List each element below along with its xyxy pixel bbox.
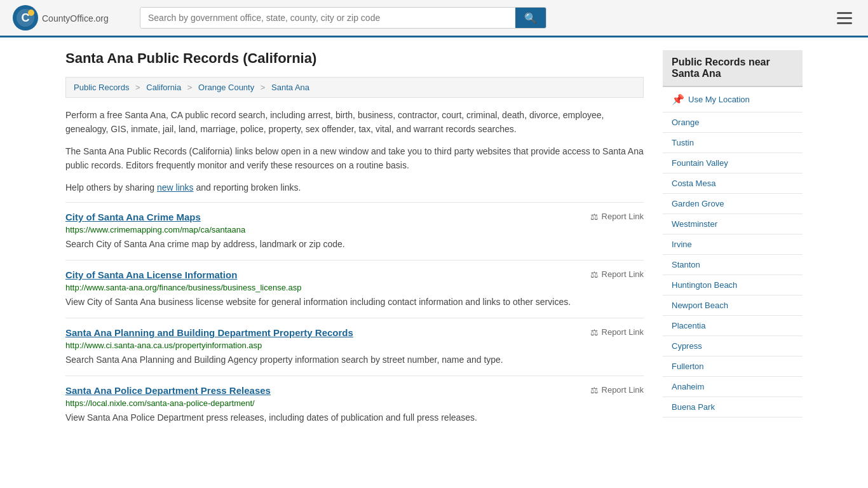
main-container: Santa Ana Public Records (California) Pu…	[53, 37, 815, 446]
results-container: City of Santa Ana Crime Maps ⚖ Report Li…	[65, 202, 644, 433]
logo-area: C CountyOffice.org	[13, 5, 127, 30]
result-header-1: City of Santa Ana License Information ⚖ …	[65, 269, 644, 280]
sidebar-list-item: Garden Grove	[663, 194, 803, 214]
sidebar-nearby-link-buena-park[interactable]: Buena Park	[663, 397, 803, 417]
breadcrumb-link-orange-county[interactable]: Orange County	[198, 83, 254, 92]
sidebar-nearby-link-tustin[interactable]: Tustin	[663, 133, 803, 152]
search-bar: 🔍	[140, 7, 546, 29]
site-header: C CountyOffice.org 🔍	[0, 0, 868, 37]
report-icon-2: ⚖	[590, 327, 599, 337]
result-desc-3: View Santa Ana Police Department press r…	[65, 411, 644, 424]
sidebar-list-item: Huntington Beach	[663, 275, 803, 295]
sidebar-list-item: Westminster	[663, 214, 803, 234]
report-label-3: Report Link	[602, 385, 644, 395]
report-label-1: Report Link	[602, 269, 644, 279]
logo-icon: C	[13, 5, 38, 30]
use-my-location-link[interactable]: Use My Location	[688, 95, 750, 104]
svg-point-3	[28, 10, 34, 16]
sidebar-nearby-link-irvine[interactable]: Irvine	[663, 234, 803, 254]
report-label-2: Report Link	[602, 327, 644, 337]
hamburger-line-3	[837, 22, 852, 24]
report-link-0[interactable]: ⚖ Report Link	[590, 212, 644, 222]
result-title-2[interactable]: Santa Ana Planning and Building Departme…	[65, 327, 353, 338]
report-link-1[interactable]: ⚖ Report Link	[590, 269, 644, 280]
breadcrumb-link-public-records[interactable]: Public Records	[74, 83, 129, 92]
search-input[interactable]	[140, 8, 515, 28]
sidebar-nearby-link-fountain-valley[interactable]: Fountain Valley	[663, 153, 803, 173]
description-2: The Santa Ana Public Records (California…	[65, 144, 644, 173]
breadcrumb-sep-2: >	[187, 83, 193, 92]
result-item: Santa Ana Planning and Building Departme…	[65, 318, 644, 376]
sidebar: Public Records near Santa Ana 📌 Use My L…	[663, 50, 803, 433]
sidebar-list-item: Tustin	[663, 133, 803, 153]
hamburger-line-2	[837, 17, 852, 19]
result-item: City of Santa Ana Crime Maps ⚖ Report Li…	[65, 202, 644, 260]
result-header-0: City of Santa Ana Crime Maps ⚖ Report Li…	[65, 212, 644, 222]
sidebar-list-item: Irvine	[663, 234, 803, 255]
result-desc-0: Search City of Santa Ana crime map by ad…	[65, 238, 644, 251]
result-title-0[interactable]: City of Santa Ana Crime Maps	[65, 212, 201, 222]
result-desc-2: Search Santa Ana Planning and Building A…	[65, 353, 644, 367]
result-item: Santa Ana Police Department Press Releas…	[65, 376, 644, 433]
result-url-1[interactable]: http://www.santa-ana.org/finance/busines…	[65, 283, 644, 292]
use-location-row: 📌 Use My Location	[663, 87, 803, 112]
sidebar-nearby-link-huntington-beach[interactable]: Huntington Beach	[663, 275, 803, 295]
logo-name: CountyOffice	[42, 13, 93, 24]
sidebar-list-item: Cypress	[663, 336, 803, 356]
sidebar-list-item: Orange	[663, 112, 803, 133]
description-3-prefix: Help others by sharing	[65, 182, 157, 193]
sidebar-nearby-link-stanton[interactable]: Stanton	[663, 255, 803, 274]
sidebar-list-item: Newport Beach	[663, 295, 803, 316]
logo-text: CountyOffice.org	[42, 11, 109, 25]
sidebar-list-item: Stanton	[663, 255, 803, 275]
search-icon: 🔍	[524, 13, 537, 24]
main-content: Santa Ana Public Records (California) Pu…	[65, 50, 644, 433]
report-icon-1: ⚖	[590, 269, 599, 280]
search-button[interactable]: 🔍	[515, 8, 546, 28]
result-title-3[interactable]: Santa Ana Police Department Press Releas…	[65, 385, 271, 396]
result-desc-1: View City of Santa Ana business license …	[65, 295, 644, 309]
page-title: Santa Ana Public Records (California)	[65, 50, 644, 67]
sidebar-list-item: Anaheim	[663, 377, 803, 397]
sidebar-nearby-link-westminster[interactable]: Westminster	[663, 214, 803, 234]
result-url-0[interactable]: https://www.crimemapping.com/map/ca/sant…	[65, 225, 644, 234]
logo-suffix: .org	[93, 13, 109, 24]
result-title-1[interactable]: City of Santa Ana License Information	[65, 269, 237, 280]
result-item: City of Santa Ana License Information ⚖ …	[65, 260, 644, 318]
sidebar-nearby-link-newport-beach[interactable]: Newport Beach	[663, 295, 803, 315]
sidebar-list-item: Fountain Valley	[663, 153, 803, 173]
description-1: Perform a free Santa Ana, CA public reco…	[65, 108, 644, 137]
sidebar-nearby-link-orange[interactable]: Orange	[663, 112, 803, 132]
result-url-2[interactable]: http://www.ci.santa-ana.ca.us/propertyin…	[65, 341, 644, 350]
report-icon-3: ⚖	[590, 385, 599, 395]
sidebar-list-item: Costa Mesa	[663, 173, 803, 194]
sidebar-nearby-link-cypress[interactable]: Cypress	[663, 336, 803, 356]
breadcrumb-link-california[interactable]: California	[146, 83, 181, 92]
description-3: Help others by sharing new links and rep…	[65, 180, 644, 194]
location-pin-icon: 📌	[672, 93, 684, 105]
new-links-link[interactable]: new links	[157, 182, 194, 193]
breadcrumb-link-santa-ana[interactable]: Santa Ana	[271, 83, 309, 92]
sidebar-nearby-link-anaheim[interactable]: Anaheim	[663, 377, 803, 396]
sidebar-list-item: Fullerton	[663, 356, 803, 377]
sidebar-list-item: Placentia	[663, 316, 803, 336]
report-label-0: Report Link	[602, 212, 644, 221]
nearby-list: OrangeTustinFountain ValleyCosta MesaGar…	[663, 112, 803, 417]
breadcrumb-sep-1: >	[135, 83, 140, 92]
description-3-suffix: and reporting broken links.	[194, 182, 301, 193]
hamburger-menu-button[interactable]	[834, 9, 855, 27]
sidebar-nearby-link-fullerton[interactable]: Fullerton	[663, 356, 803, 376]
result-url-3[interactable]: https://local.nixle.com/santa-ana-police…	[65, 398, 644, 408]
breadcrumb: Public Records > California > Orange Cou…	[65, 77, 644, 98]
sidebar-nearby-link-costa-mesa[interactable]: Costa Mesa	[663, 173, 803, 193]
hamburger-line-1	[837, 12, 852, 14]
report-link-3[interactable]: ⚖ Report Link	[590, 385, 644, 395]
result-header-3: Santa Ana Police Department Press Releas…	[65, 385, 644, 396]
report-link-2[interactable]: ⚖ Report Link	[590, 327, 644, 337]
breadcrumb-sep-3: >	[261, 83, 266, 92]
sidebar-nearby-link-placentia[interactable]: Placentia	[663, 316, 803, 336]
result-header-2: Santa Ana Planning and Building Departme…	[65, 327, 644, 338]
sidebar-list-item: Buena Park	[663, 397, 803, 417]
sidebar-nearby-link-garden-grove[interactable]: Garden Grove	[663, 194, 803, 214]
sidebar-title: Public Records near Santa Ana	[663, 50, 803, 87]
